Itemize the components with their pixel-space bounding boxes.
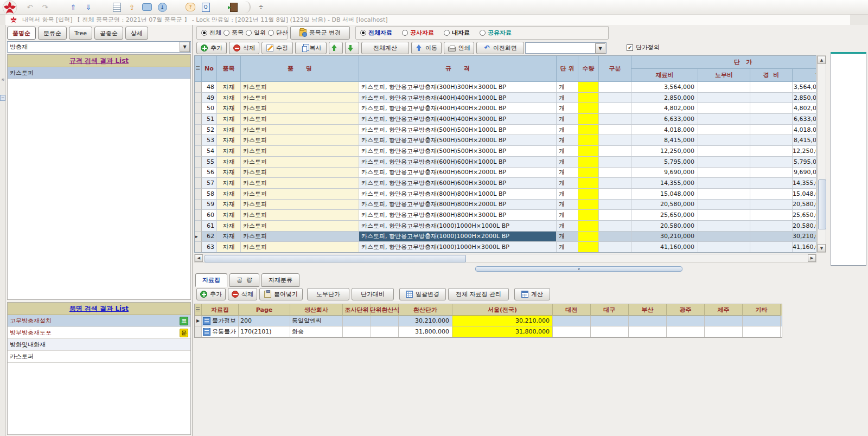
cell-row-selector[interactable] bbox=[195, 210, 202, 221]
action-button[interactable]: 이동 bbox=[411, 42, 442, 54]
cell-gubun[interactable] bbox=[599, 135, 631, 146]
action-button[interactable]: 추가 bbox=[196, 42, 227, 54]
panel-icon[interactable] bbox=[142, 2, 152, 12]
name-list-item[interactable]: 방화및내화재 bbox=[8, 339, 190, 351]
cell-name[interactable]: 카스토퍼 bbox=[241, 178, 359, 189]
cell-page[interactable]: 200 bbox=[239, 316, 290, 326]
cell-maker[interactable]: 화승 bbox=[290, 326, 343, 337]
cell-category[interactable]: 자재 bbox=[217, 189, 241, 200]
cell-name[interactable]: 카스토퍼 bbox=[241, 125, 359, 136]
action-button[interactable]: 이전화면 bbox=[476, 42, 524, 54]
col-header-survey-unit[interactable]: 조사단위 bbox=[343, 304, 371, 316]
cell-row-selector[interactable] bbox=[195, 114, 202, 125]
cell-row-selector[interactable] bbox=[195, 178, 202, 189]
cell-total[interactable]: 20,580,000 bbox=[793, 200, 816, 210]
cell-qty[interactable] bbox=[578, 82, 599, 93]
cell-seoul-price[interactable]: 31,800,000 bbox=[452, 326, 553, 337]
action-button[interactable] bbox=[329, 42, 343, 54]
cell-expense[interactable] bbox=[750, 135, 793, 146]
cell-gubun[interactable] bbox=[599, 232, 631, 242]
cell-unit[interactable]: 개 bbox=[557, 93, 578, 104]
cell-labor-cost[interactable] bbox=[698, 210, 750, 221]
col-header-spec[interactable]: 규 격 bbox=[359, 56, 557, 82]
cell-material-cost[interactable]: 8,415,000 bbox=[631, 135, 698, 146]
cell-no[interactable]: 49 bbox=[202, 93, 217, 104]
dock-minimize-button[interactable]: − bbox=[0, 95, 5, 101]
cell-labor-cost[interactable] bbox=[698, 125, 750, 136]
toolbar-overflow-icon[interactable]: ÷ bbox=[258, 3, 264, 11]
cell-spec[interactable]: 카스토퍼, 항만용고무방충재(1000)1000H×2000L BP bbox=[359, 232, 557, 242]
cell-total[interactable]: 14,355,000 bbox=[793, 178, 816, 189]
col-header-gwangju[interactable]: 광주 bbox=[667, 304, 705, 316]
cell-etc[interactable] bbox=[743, 316, 781, 326]
cell-conv-price[interactable]: 31,800,000 bbox=[399, 326, 452, 337]
cell-gwangju[interactable] bbox=[667, 326, 705, 337]
cell-gubun[interactable] bbox=[599, 210, 631, 221]
col-header-qty[interactable]: 수량 bbox=[578, 56, 599, 82]
name-list-item[interactable]: 카스토퍼 bbox=[8, 351, 190, 363]
scope-radio[interactable]: 품목 bbox=[224, 29, 244, 37]
cell-category[interactable]: 자재 bbox=[217, 232, 241, 242]
cell-total[interactable]: 30,210,000 bbox=[793, 232, 816, 242]
cell-row-selector[interactable] bbox=[195, 200, 202, 210]
cell-spec[interactable]: 카스토퍼, 항만용고무방충재(800H)800H×1000L BP bbox=[359, 189, 557, 200]
cell-category[interactable]: 자재 bbox=[217, 210, 241, 221]
cell-no[interactable]: 48 bbox=[202, 82, 217, 93]
upload-icon[interactable]: ⇧ bbox=[127, 2, 137, 12]
cell-spec[interactable]: 카스토퍼, 항만용고무방충재(500H)500H×1000L BP bbox=[359, 125, 557, 136]
bottom-toolbar-button[interactable]: 추가 bbox=[196, 288, 226, 300]
scroll-left-button[interactable]: ◀ bbox=[195, 254, 203, 262]
cell-no[interactable]: 54 bbox=[202, 146, 217, 157]
cell-spec[interactable]: 카스토퍼, 항만용고무방충재(600H)600H×3000L BP bbox=[359, 178, 557, 189]
cell-total[interactable]: 41,160,000 bbox=[793, 242, 816, 253]
panel-splitter-handle[interactable]: ∨ bbox=[475, 266, 682, 272]
item-grid-row[interactable]: 50 자재 카스토퍼 카스토퍼, 항만용고무방충재(400H)400H×2000… bbox=[195, 103, 816, 114]
cell-material-cost[interactable]: 30,210,000 bbox=[631, 232, 698, 242]
cell-spec[interactable]: 카스토퍼, 항만용고무방충재(1000)1000H×1000L BP bbox=[359, 221, 557, 232]
cell-material-cost[interactable]: 4,018,000 bbox=[631, 125, 698, 136]
item-grid-row[interactable]: 63 자재 카스토퍼 카스토퍼, 항만용고무방충재(1000)1000H×300… bbox=[195, 242, 816, 253]
action-button[interactable]: 복사 bbox=[295, 42, 327, 54]
cell-spec[interactable]: 카스토퍼, 항만용고무방충재(400H)400H×2000L BP bbox=[359, 103, 557, 114]
item-grid-row[interactable]: 62 자재 카스토퍼 카스토퍼, 항만용고무방충재(1000)1000H×200… bbox=[195, 232, 816, 242]
cell-name[interactable]: 카스토퍼 bbox=[241, 82, 359, 93]
col-header-conv-formula[interactable]: 단위환산식 bbox=[371, 304, 399, 316]
chevron-down-icon[interactable]: ▼ bbox=[595, 43, 605, 54]
cell-name[interactable]: 카스토퍼 bbox=[241, 242, 359, 253]
cell-spec[interactable]: 카스토퍼, 항만용고무방충재(800H)800H×2000L BP bbox=[359, 200, 557, 210]
cell-gubun[interactable] bbox=[599, 189, 631, 200]
exit-door-icon[interactable] bbox=[229, 2, 239, 12]
cell-spec[interactable]: 카스토퍼, 항만용고무방충재(600H)600H×1000L BP bbox=[359, 157, 557, 168]
cell-gubun[interactable] bbox=[599, 157, 631, 168]
left-panel-tab[interactable]: 상세 bbox=[125, 27, 148, 40]
action-button[interactable]: 삭제 bbox=[229, 42, 259, 54]
left-panel-tab[interactable]: Tree bbox=[69, 27, 92, 40]
cell-spec[interactable]: 카스토퍼, 항만용고무방충재(400H)400H×1000L BP bbox=[359, 93, 557, 104]
cell-no[interactable]: 61 bbox=[202, 221, 217, 232]
scope-radio[interactable]: 일위 bbox=[246, 29, 266, 37]
data-scope-radio[interactable]: 공유자료 bbox=[480, 29, 512, 37]
cell-labor-cost[interactable] bbox=[698, 103, 750, 114]
cell-qty[interactable] bbox=[578, 232, 599, 242]
cell-source[interactable]: 유통물가 bbox=[202, 326, 239, 337]
cell-no[interactable]: 57 bbox=[202, 178, 217, 189]
cell-name[interactable]: 카스토퍼 bbox=[241, 146, 359, 157]
cell-expense[interactable] bbox=[750, 221, 793, 232]
cell-spec[interactable]: 카스토퍼, 항만용고무방충재(1000)1000H×3000L BP bbox=[359, 242, 557, 253]
bottom-tab[interactable]: 자재분류 bbox=[261, 273, 299, 287]
cell-row-selector[interactable] bbox=[195, 326, 202, 337]
scroll-up-button[interactable]: ▲ bbox=[818, 56, 826, 64]
cell-material-cost[interactable]: 3,564,000 bbox=[631, 82, 698, 93]
cell-total[interactable]: 2,850,000 bbox=[793, 93, 816, 104]
cell-row-selector[interactable]: ▶ bbox=[195, 316, 202, 326]
cell-no[interactable]: 52 bbox=[202, 125, 217, 136]
bottom-toolbar-button[interactable]: 계산 bbox=[514, 288, 550, 300]
cell-qty[interactable] bbox=[578, 146, 599, 157]
cell-unit[interactable]: 개 bbox=[557, 114, 578, 125]
cell-name[interactable]: 카스토퍼 bbox=[241, 103, 359, 114]
left-panel-tab[interactable]: 분류순 bbox=[38, 27, 67, 40]
cell-name[interactable]: 카스토퍼 bbox=[241, 210, 359, 221]
download-circle-icon[interactable]: ↓ bbox=[157, 2, 167, 12]
cell-seoul-price[interactable]: 30,210,000 bbox=[452, 316, 553, 326]
cell-gubun[interactable] bbox=[599, 242, 631, 253]
